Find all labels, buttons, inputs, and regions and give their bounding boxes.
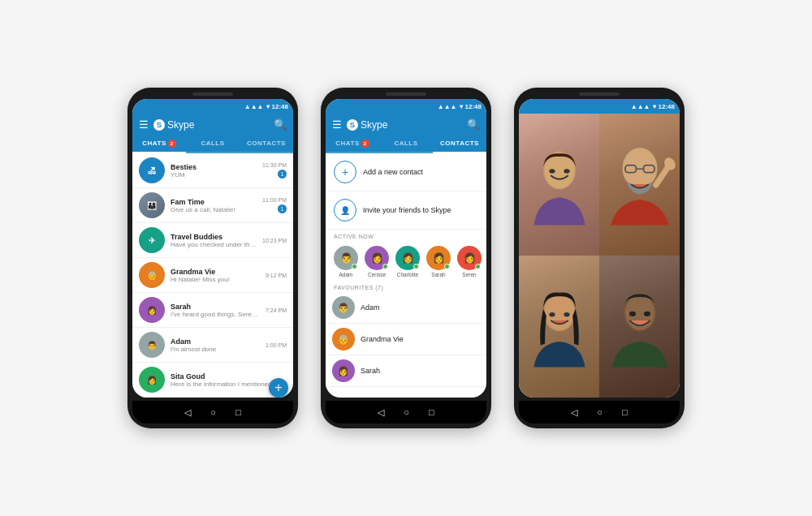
chat-item-besties[interactable]: 🏖 Besties YUM 11:30 PM 1 <box>132 153 293 188</box>
chat-info-adam: Adam I'm almost done <box>171 338 260 353</box>
person-topleft-svg <box>523 144 596 226</box>
skype-title-2: Skype <box>361 119 387 131</box>
skype-logo-1: S Skype <box>153 119 194 131</box>
signal-icon-3: ▲▲▲ <box>631 103 650 110</box>
person-bottomleft-svg <box>523 286 596 368</box>
chat-meta-famtime: 11:00 PM 1 <box>262 197 287 213</box>
active-cerisse-wrap: 👩 <box>365 246 389 270</box>
fav-item-sarah[interactable]: 👩 Sarah <box>326 355 486 387</box>
chat-preview-besties: YUM <box>171 171 257 178</box>
signal-icon: ▲▲▲ <box>244 103 264 110</box>
chat-name-adam: Adam <box>171 338 260 346</box>
hamburger-menu-2[interactable]: ☰ <box>332 118 342 131</box>
add-contact-label: Add a new contact <box>363 168 423 176</box>
chat-item-grandma[interactable]: 👵 Grandma Vie Hi Natalie! Miss you! 9:12… <box>132 258 293 293</box>
active-sarah-wrap: 👩 <box>426 246 451 270</box>
fav-item-grandma[interactable]: 👵 Grandma Vie <box>326 324 486 355</box>
svg-point-12 <box>549 312 555 316</box>
online-dot-seren <box>475 264 481 269</box>
active-seren[interactable]: 👩 Seren <box>456 246 483 277</box>
unread-famtime: 1 <box>278 204 287 213</box>
avatar-sarah: 👩 <box>139 297 165 323</box>
recents-button-3[interactable]: □ <box>622 407 628 417</box>
chat-time-grandma: 9:12 PM <box>266 273 287 278</box>
back-button-3[interactable]: ◁ <box>571 407 577 418</box>
chats-badge-1: 2 <box>168 140 176 148</box>
video-topleft-bg <box>519 114 599 256</box>
phone-3: ▲▲▲ ▾ 12:48 <box>514 88 685 428</box>
avatar-sita: 👩 <box>139 367 165 393</box>
recents-button-1[interactable]: □ <box>235 407 241 417</box>
active-name-adam: Adam <box>332 272 360 277</box>
phone-nav-1: ◁ ○ □ <box>132 401 293 424</box>
chat-time-travel: 10:23 PM <box>262 238 287 243</box>
phone-2: ▲▲▲ ▾ 12:48 ☰ S Skype 🔍 CHATS2 CALLS <box>321 88 491 428</box>
chat-item-sita[interactable]: 👩 Sita Goud Here is the information I me… <box>132 363 293 398</box>
home-button-1[interactable]: ○ <box>210 407 216 417</box>
tab-calls-1[interactable]: CALLS <box>186 135 240 152</box>
tab-calls-2[interactable]: CALLS <box>379 135 433 152</box>
back-button-2[interactable]: ◁ <box>378 407 384 418</box>
video-bottomleft-bg <box>519 256 599 398</box>
phone-speaker-3 <box>579 92 620 96</box>
home-button-2[interactable]: ○ <box>404 407 409 417</box>
video-bottomright-bg <box>599 256 680 398</box>
chat-meta-sarah: 7:24 PM <box>266 307 287 313</box>
chat-item-travel[interactable]: ✈ Travel Buddies Have you checked under … <box>132 223 293 258</box>
chat-item-sarah[interactable]: 👩 Sarah I've heard good things. Serena s… <box>132 293 293 328</box>
tab-chats-2[interactable]: CHATS2 <box>326 135 379 152</box>
status-bar-1: ▲▲▲ ▾ 12:48 <box>132 99 293 114</box>
chat-name-besties: Besties <box>171 163 257 171</box>
chat-item-adam[interactable]: 👨 Adam I'm almost done 1:00 PM <box>132 328 293 363</box>
fab-button-1[interactable]: + <box>269 378 288 398</box>
tab-chats-1[interactable]: CHATS2 <box>132 135 186 152</box>
person-topright-svg <box>603 144 676 226</box>
app-header-2: ☰ S Skype 🔍 <box>326 114 486 135</box>
active-sarah-c[interactable]: 👩 Sarah <box>425 246 452 277</box>
active-cerisse[interactable]: 👩 Cerisse <box>363 246 391 277</box>
active-adam[interactable]: 👨 Adam <box>332 246 360 277</box>
active-contacts-list: 👨 Adam 👩 Cerisse 👩 Charlotte <box>326 242 486 282</box>
active-name-charlotte: Charlotte <box>394 272 421 277</box>
avatar-famtime: 👨‍👩‍👧 <box>139 192 165 218</box>
chat-time-besties: 11:30 PM <box>262 162 287 168</box>
fav-name-grandma: Grandma Vie <box>361 335 404 343</box>
recents-button-2[interactable]: □ <box>429 407 434 417</box>
fav-item-adam[interactable]: 👨 Adam <box>326 292 486 324</box>
home-button-3[interactable]: ○ <box>597 407 603 417</box>
phone-screen-1: ▲▲▲ ▾ 12:48 ☰ S Skype 🔍 CHATS2 CALLS <box>132 99 293 398</box>
online-dot-charlotte <box>413 264 419 269</box>
chat-info-grandma: Grandma Vie Hi Natalie! Miss you! <box>171 268 260 283</box>
add-contact-action[interactable]: + Add a new contact <box>326 153 486 191</box>
hamburger-menu-1[interactable]: ☰ <box>139 118 149 131</box>
video-cell-bottomright <box>599 256 680 398</box>
active-charlotte[interactable]: 👩 Charlotte <box>394 246 421 277</box>
tab-contacts-2[interactable]: CONTACTS <box>433 135 486 152</box>
status-bar-2: ▲▲▲ ▾ 12:48 <box>326 99 486 114</box>
chat-name-sita: Sita Goud <box>171 372 281 381</box>
app-header-1: ☰ S Skype 🔍 <box>132 114 293 135</box>
phone-screen-2: ▲▲▲ ▾ 12:48 ☰ S Skype 🔍 CHATS2 CALLS <box>326 99 486 398</box>
svg-point-5 <box>624 148 656 187</box>
chat-preview-adam: I'm almost done <box>171 346 260 353</box>
chat-info-sita: Sita Goud Here is the information I ment… <box>171 372 281 388</box>
active-name-sarah: Sarah <box>425 272 452 277</box>
chat-preview-famtime: Give us a call, Natalie! <box>171 206 257 213</box>
search-button-2[interactable]: 🔍 <box>467 118 480 131</box>
chat-time-famtime: 11:00 PM <box>262 197 287 203</box>
svg-point-3 <box>564 169 569 173</box>
chat-info-sarah: Sarah I've heard good things. Serena sai… <box>171 303 260 318</box>
header-left-1: ☰ S Skype <box>139 118 194 131</box>
invite-action[interactable]: 👤 Invite your friends to Skype <box>326 191 486 230</box>
active-name-cerisse: Cerisse <box>363 272 391 277</box>
online-dot-cerisse <box>382 264 388 269</box>
tab-contacts-1[interactable]: CONTACTS <box>240 135 293 152</box>
search-button-1[interactable]: 🔍 <box>274 118 287 131</box>
fav-avatar-sarah: 👩 <box>332 359 355 382</box>
phone-nav-2: ◁ ○ □ <box>326 401 486 424</box>
phone-nav-3: ◁ ○ □ <box>519 401 680 424</box>
header-left-2: ☰ S Skype <box>332 118 387 131</box>
online-dot-adam <box>352 264 357 269</box>
chat-item-famtime[interactable]: 👨‍👩‍👧 Fam Time Give us a call, Natalie! … <box>132 188 293 223</box>
back-button-1[interactable]: ◁ <box>184 407 191 418</box>
